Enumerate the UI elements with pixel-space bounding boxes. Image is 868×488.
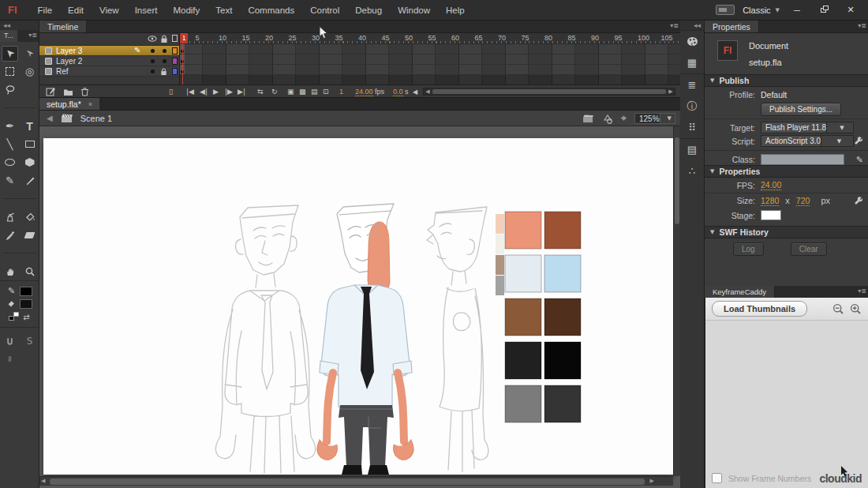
ruler-frame-90[interactable]: 90 — [591, 34, 599, 42]
menu-insert[interactable]: Insert — [127, 0, 166, 21]
black-white-button[interactable] — [9, 312, 20, 321]
last-frame-button[interactable]: ▶| — [238, 86, 245, 97]
frames-area[interactable]: 1510152025303540455055606570758085909510… — [180, 33, 680, 84]
character-side-sketch[interactable] — [427, 207, 488, 471]
palette-swatch-2-1[interactable] — [544, 298, 581, 336]
size-width-value[interactable]: 1280 — [761, 196, 779, 206]
delete-layer-button[interactable] — [80, 86, 89, 97]
free-transform-tool[interactable] — [2, 64, 18, 80]
ruler-frame-40[interactable]: 40 — [358, 34, 366, 42]
palette-swatch-0-0[interactable] — [505, 212, 541, 249]
swf-history-section-header[interactable]: ▼SWF History — [705, 226, 868, 238]
ruler-frame-10[interactable]: 10 — [219, 34, 226, 42]
palette-strip-swatch-2[interactable] — [496, 255, 504, 275]
close-document-icon[interactable]: × — [88, 98, 92, 111]
stage-canvas[interactable] — [43, 138, 673, 475]
edit-symbols-icon[interactable] — [602, 114, 613, 124]
ink-bottle-tool[interactable] — [2, 209, 18, 225]
properties-section-header[interactable]: ▼Properties — [705, 165, 868, 178]
panel-menu-icon[interactable]: ▾≣ — [28, 32, 37, 39]
palette-swatch-1-0[interactable] — [505, 255, 541, 292]
ruler-frame-70[interactable]: 70 — [498, 34, 506, 42]
palette-strip-swatch-3[interactable] — [496, 276, 504, 295]
class-edit-pencil-icon[interactable]: ✎ — [856, 155, 863, 165]
tab-setup-fla[interactable]: setup.fla*× — [39, 98, 99, 110]
menu-text[interactable]: Text — [208, 0, 240, 21]
ruler-frame-20[interactable]: 20 — [265, 34, 273, 42]
rectangle-tool[interactable] — [21, 137, 38, 152]
properties-panel-menu-icon[interactable]: ▾≣ — [858, 22, 866, 29]
layer-row-ref[interactable]: Ref — [39, 66, 179, 77]
palette-swatch-3-1[interactable] — [544, 342, 581, 379]
zoom-in-icon[interactable] — [850, 303, 862, 315]
swatches-panel-icon[interactable]: ▦ — [685, 57, 699, 69]
smooth-option[interactable]: S — [27, 336, 33, 347]
color-panel-icon[interactable] — [685, 36, 699, 47]
restore-button[interactable] — [814, 3, 833, 17]
ruler-frame-105[interactable]: 105 — [661, 34, 673, 42]
zoom-out-icon[interactable] — [832, 303, 844, 315]
ruler-frame-80[interactable]: 80 — [544, 34, 552, 42]
snap-to-objects-option[interactable] — [5, 336, 15, 347]
palette-strip-swatch-1[interactable] — [496, 235, 504, 254]
menu-window[interactable]: Window — [390, 0, 438, 21]
new-folder-button[interactable] — [63, 86, 73, 97]
onion-skin-outlines-button[interactable]: ▩ — [299, 86, 306, 97]
library-panel-icon[interactable]: ▤ — [685, 144, 699, 156]
menu-modify[interactable]: Modify — [165, 0, 208, 21]
tab-timeline[interactable]: Timeline — [39, 21, 87, 32]
swap-colors-button[interactable]: ⇄ — [23, 313, 29, 321]
palette-swatch-1-1[interactable] — [544, 255, 581, 292]
menu-help[interactable]: Help — [438, 0, 473, 21]
stroke-color-swatch[interactable] — [20, 287, 32, 296]
workspace-layout-icon[interactable] — [716, 5, 735, 15]
edit-multiple-frames-button[interactable]: ▤ — [311, 86, 318, 97]
collapse-dock-icon[interactable]: ◂◂ — [680, 21, 704, 30]
ruler-frame-1[interactable]: 1 — [180, 33, 188, 43]
layer-color-chip[interactable] — [172, 58, 178, 65]
eraser-tool[interactable] — [21, 227, 38, 243]
text-tool[interactable]: T — [21, 118, 38, 134]
step-back-button[interactable]: ◀| — [200, 86, 208, 97]
ruler-frame-100[interactable]: 100 — [638, 34, 649, 42]
layer-name[interactable]: Layer 3 — [56, 47, 82, 55]
locked-icon[interactable] — [160, 68, 167, 76]
palette-swatch-0-1[interactable] — [544, 212, 581, 249]
playhead[interactable] — [182, 33, 184, 84]
palette-strip-swatch-0[interactable] — [496, 214, 504, 234]
straighten-option[interactable]: ≈ — [5, 355, 15, 362]
zoom-level-select[interactable]: 125%▼ — [634, 113, 675, 124]
edit-scene-icon[interactable] — [582, 114, 594, 123]
menu-edit[interactable]: Edit — [60, 0, 92, 21]
pasteboard[interactable]: ◀▶ — [39, 126, 680, 488]
show-hide-all-icon[interactable] — [148, 35, 157, 43]
menu-debug[interactable]: Debug — [347, 0, 390, 21]
modify-markers-button[interactable]: ⊡ — [323, 86, 329, 97]
info-panel-icon[interactable]: ⓘ — [685, 100, 699, 112]
log-button[interactable]: Log — [733, 242, 764, 256]
ruler-frame-75[interactable]: 75 — [522, 34, 529, 42]
lock-all-icon[interactable] — [160, 35, 168, 43]
frame-ruler[interactable]: 1510152025303540455055606570758085909510… — [180, 33, 680, 44]
eyedropper-tool[interactable] — [2, 227, 18, 243]
target-select[interactable]: Flash Player 11.8▼ — [761, 122, 854, 133]
scroll-left-icon[interactable]: ◀ — [413, 86, 417, 97]
center-frame-button[interactable]: ▯ — [169, 86, 173, 97]
lock-dot[interactable] — [163, 49, 166, 53]
size-height-value[interactable]: 720 — [796, 196, 810, 206]
new-layer-button[interactable] — [46, 86, 56, 97]
align-panel-icon[interactable]: ≣ — [685, 79, 699, 91]
layer-color-chip[interactable] — [172, 47, 178, 54]
ruler-frame-85[interactable]: 85 — [568, 34, 576, 42]
loop-range-button[interactable]: ↻ — [271, 86, 278, 97]
fill-color-swatch[interactable] — [20, 299, 32, 309]
play-button[interactable]: ▶ — [213, 86, 219, 97]
paint-bucket-tool[interactable] — [21, 209, 38, 225]
layer-name[interactable]: Layer 2 — [56, 57, 82, 66]
ruler-frame-95[interactable]: 95 — [615, 34, 623, 42]
scene-name[interactable]: Scene 1 — [80, 114, 112, 123]
visibility-dot[interactable] — [151, 49, 155, 53]
lasso-tool[interactable] — [2, 82, 18, 98]
frame-rate-value[interactable]: 24.00 fps — [355, 86, 384, 97]
frame-grid[interactable] — [180, 44, 680, 84]
